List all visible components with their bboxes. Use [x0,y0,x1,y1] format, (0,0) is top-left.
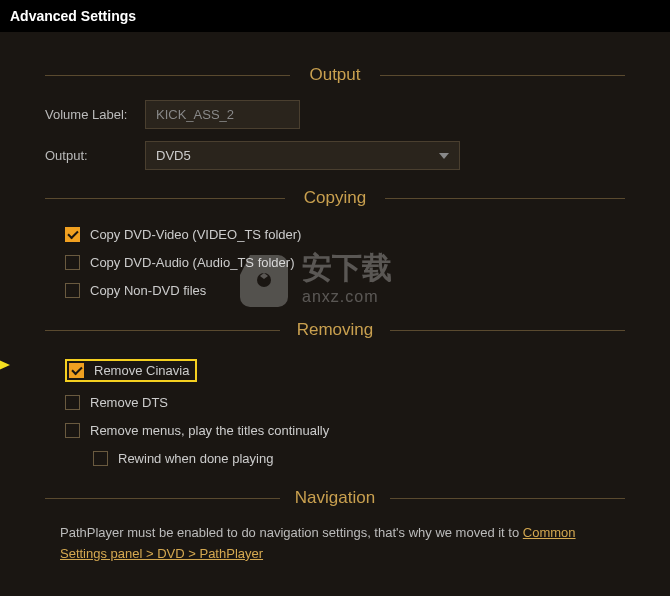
copy-audio-row[interactable]: Copy DVD-Audio (Audio_TS folder) [65,251,625,274]
chevron-down-icon [439,153,449,159]
checkbox-icon [69,363,84,378]
arrow-marker-icon [0,356,5,372]
volume-label-input[interactable] [145,100,300,129]
remove-dts-row[interactable]: Remove DTS [65,391,625,414]
rewind-row[interactable]: Rewind when done playing [93,447,625,470]
checkbox-icon [65,395,80,410]
section-title-output: Output [45,65,625,85]
checkbox-icon [65,283,80,298]
window-title: Advanced Settings [0,0,670,32]
output-label-text: Output: [45,148,145,163]
remove-menus-row[interactable]: Remove menus, play the titles continuall… [65,419,625,442]
checkbox-icon [65,255,80,270]
navigation-text: PathPlayer must be enabled to do navigat… [60,523,610,565]
checkbox-icon [65,227,80,242]
section-title-copying: Copying [45,188,625,208]
remove-menus-label: Remove menus, play the titles continuall… [90,423,329,438]
copy-video-label: Copy DVD-Video (VIDEO_TS folder) [90,227,301,242]
volume-label-text: Volume Label: [45,107,145,122]
highlight-box: Remove Cinavia [65,359,197,382]
section-title-navigation: Navigation [45,488,625,508]
nav-text-span: PathPlayer must be enabled to do navigat… [60,525,523,540]
copy-nondvd-row[interactable]: Copy Non-DVD files [65,279,625,302]
output-select-value: DVD5 [156,148,191,163]
checkbox-icon [93,451,108,466]
copy-nondvd-label: Copy Non-DVD files [90,283,206,298]
output-select[interactable]: DVD5 [145,141,460,170]
remove-dts-label: Remove DTS [90,395,168,410]
svg-marker-1 [0,357,10,373]
remove-cinavia-row[interactable]: Remove Cinavia [65,355,625,386]
copy-video-row[interactable]: Copy DVD-Video (VIDEO_TS folder) [65,223,625,246]
section-title-removing: Removing [45,320,625,340]
rewind-label: Rewind when done playing [118,451,273,466]
remove-cinavia-label: Remove Cinavia [94,363,189,378]
checkbox-icon [65,423,80,438]
copy-audio-label: Copy DVD-Audio (Audio_TS folder) [90,255,294,270]
